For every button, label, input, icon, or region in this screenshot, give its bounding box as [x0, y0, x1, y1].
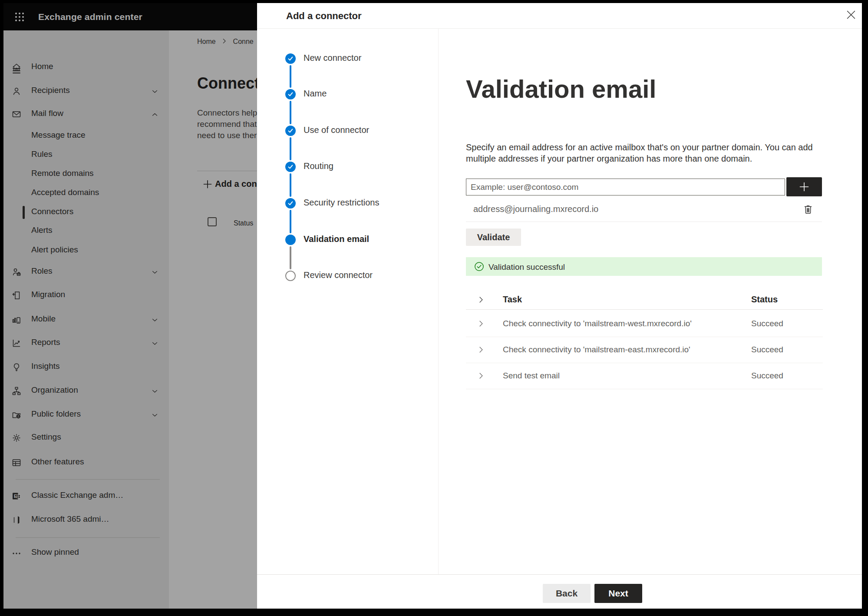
step-label[interactable]: Routing [304, 161, 333, 171]
step-label[interactable]: Security restrictions [304, 198, 380, 208]
success-check-icon [474, 262, 484, 272]
table-row-divider [466, 337, 823, 337]
delete-address-icon[interactable] [802, 203, 814, 215]
stepper-connector-line [290, 137, 291, 160]
expand-row-chevron-icon[interactable] [477, 371, 485, 380]
step-circle-done[interactable] [285, 89, 296, 99]
stepper-divider [438, 28, 439, 574]
dialog-footer-divider [257, 574, 862, 575]
step-circle-done[interactable] [285, 162, 296, 172]
added-address-text: address@journaling.mxrecord.io [473, 204, 598, 214]
status-cell: Succeed [751, 319, 783, 328]
status-cell: Succeed [751, 345, 783, 354]
add-address-button[interactable] [786, 177, 822, 196]
email-address-input[interactable] [466, 179, 785, 195]
table-header-divider [466, 309, 823, 310]
expand-all-chevron-icon[interactable] [477, 295, 485, 304]
step-label[interactable]: New connector [304, 53, 361, 63]
step-circle-done[interactable] [285, 198, 296, 209]
address-row-divider [466, 222, 822, 222]
column-header-task: Task [503, 295, 522, 305]
stepper-connector-line [290, 246, 291, 269]
step-label[interactable]: Name [304, 89, 327, 99]
dialog-title: Add a connector [286, 10, 362, 22]
step-circle-current[interactable] [285, 235, 296, 245]
stepper-connector-line [290, 101, 291, 124]
expand-row-chevron-icon[interactable] [477, 345, 485, 354]
task-cell[interactable]: Check connectivity to 'mailstream-west.m… [503, 319, 692, 328]
step-circle-upcoming[interactable] [285, 271, 296, 281]
expand-row-chevron-icon[interactable] [477, 319, 485, 328]
table-row-divider [466, 363, 823, 363]
step-label[interactable]: Validation email [304, 234, 369, 244]
column-header-status: Status [751, 295, 778, 305]
step-label[interactable]: Use of connector [304, 125, 369, 135]
stepper-connector-line [290, 210, 291, 233]
status-cell: Succeed [751, 371, 783, 381]
task-cell[interactable]: Check connectivity to 'mailstream-east.m… [503, 345, 690, 354]
add-connector-dialog: Add a connector New connectorNameUse of … [257, 3, 862, 609]
step-circle-done[interactable] [285, 53, 296, 64]
success-message: Validation successful [488, 262, 565, 272]
task-cell[interactable]: Send test email [503, 371, 560, 381]
validate-button[interactable]: Validate [466, 229, 521, 246]
stepper-connector-line [290, 173, 291, 197]
step-circle-done[interactable] [285, 126, 296, 136]
table-row-divider [466, 389, 823, 389]
validation-success-banner: Validation successful [466, 257, 822, 276]
stepper-connector-line [290, 65, 291, 88]
close-icon[interactable] [845, 9, 857, 20]
step-heading: Validation email [466, 76, 656, 102]
app-window: Exchange admin center HomeRecipientsMail… [3, 3, 862, 609]
screenshot-frame: Exchange admin center HomeRecipientsMail… [0, 0, 868, 616]
back-button[interactable]: Back [543, 584, 591, 603]
dialog-header-divider [257, 28, 862, 29]
next-button[interactable]: Next [594, 584, 642, 603]
step-label[interactable]: Review connector [304, 270, 373, 280]
step-description: Specify an email address for an active m… [466, 142, 818, 164]
